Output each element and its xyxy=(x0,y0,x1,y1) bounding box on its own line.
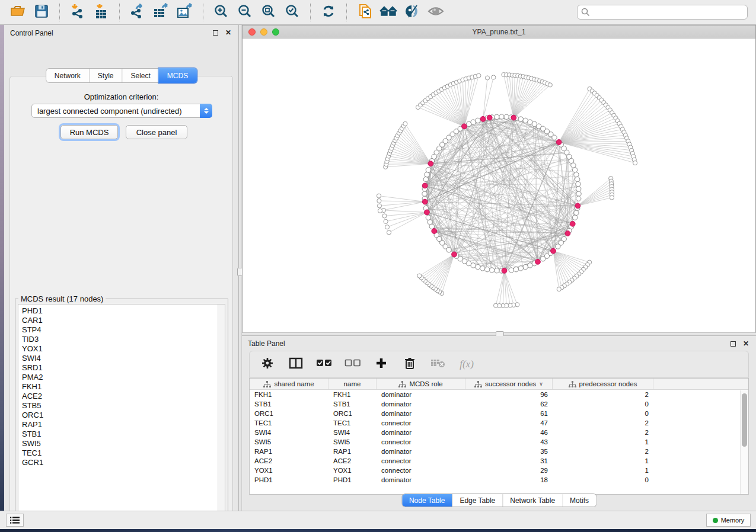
table-cell[interactable]: FKH1 xyxy=(250,390,328,399)
tab-motifs[interactable]: Motifs xyxy=(562,494,596,507)
tab-mcds[interactable]: MCDS xyxy=(158,68,197,83)
list-item[interactable]: SRD1 xyxy=(22,363,225,373)
column-header[interactable]: name xyxy=(328,379,377,389)
list-item[interactable]: PMA2 xyxy=(22,373,225,382)
table-cell[interactable]: TEC1 xyxy=(328,418,377,428)
list-scrollbar[interactable] xyxy=(218,305,225,515)
export-table-button[interactable] xyxy=(149,3,173,22)
delete-button[interactable] xyxy=(401,355,418,373)
table-cell[interactable]: 0 xyxy=(553,409,653,418)
task-history-button[interactable] xyxy=(6,514,24,527)
table-row[interactable]: SWI4SWI4dominator462 xyxy=(250,428,748,437)
table-row[interactable]: FKH1FKH1dominator962 xyxy=(250,390,748,399)
list-item[interactable]: RAP1 xyxy=(22,420,225,430)
zoom-out-button[interactable] xyxy=(233,3,257,22)
table-cell[interactable]: 35 xyxy=(465,447,553,456)
table-row[interactable]: ORC1ORC1dominator610 xyxy=(250,409,748,418)
column-header[interactable]: predecessor nodes xyxy=(553,379,653,389)
table-cell[interactable]: 29 xyxy=(465,466,553,475)
table-cell[interactable]: PHD1 xyxy=(250,475,328,485)
table-cell[interactable]: 61 xyxy=(465,409,553,418)
window-zoom-icon[interactable] xyxy=(272,28,279,36)
table-cell[interactable]: 1 xyxy=(553,466,653,475)
list-item[interactable]: TID3 xyxy=(22,335,225,344)
table-cell[interactable]: 62 xyxy=(465,399,553,409)
table-cell[interactable]: 2 xyxy=(553,428,653,437)
table-cell[interactable]: RAP1 xyxy=(328,447,377,456)
column-header[interactable]: MCDS role xyxy=(377,379,465,389)
list-item[interactable]: SWI4 xyxy=(22,354,225,363)
table-cell[interactable]: SWI4 xyxy=(328,428,377,437)
table-cell[interactable]: RAP1 xyxy=(250,447,328,456)
birdseye-button[interactable] xyxy=(424,3,448,22)
table-cell[interactable]: dominator xyxy=(377,409,465,418)
table-cell[interactable]: dominator xyxy=(377,390,465,399)
table-cell[interactable]: ACE2 xyxy=(328,456,377,466)
table-cell[interactable]: FKH1 xyxy=(328,390,377,399)
show-hide-graphics-button[interactable] xyxy=(400,3,424,22)
table-cell[interactable]: ORC1 xyxy=(250,409,328,418)
table-row[interactable]: YOX1YOX1connector291 xyxy=(250,466,748,475)
table-row[interactable]: RAP1RAP1dominator352 xyxy=(250,447,748,456)
close-panel-button-mcds[interactable]: Close panel xyxy=(126,125,187,139)
list-item[interactable]: YOX1 xyxy=(22,344,225,354)
tab-network-table[interactable]: Network Table xyxy=(502,494,562,507)
mcds-result-list[interactable]: PHD1CAR1STP4TID3YOX1SWI4SRD1PMA2FKH1ACE2… xyxy=(18,304,225,515)
table-cell[interactable]: dominator xyxy=(377,428,465,437)
window-close-icon[interactable] xyxy=(248,28,256,36)
close-panel-button[interactable]: ✕ xyxy=(742,339,750,348)
scrollbar-thumb[interactable] xyxy=(742,393,747,447)
list-item[interactable]: TEC1 xyxy=(22,448,225,458)
table-cell[interactable]: 0 xyxy=(553,475,653,485)
add-column-button[interactable] xyxy=(373,355,390,373)
table-cell[interactable]: connector xyxy=(377,456,465,466)
list-item[interactable]: ACE2 xyxy=(22,392,225,401)
optimization-criterion-dropdown[interactable]: largest connected component (undirected) xyxy=(31,104,212,118)
gear-button[interactable] xyxy=(259,355,276,373)
table-row[interactable]: STB1STB1dominator620 xyxy=(250,399,748,409)
list-item[interactable]: CAR1 xyxy=(22,316,225,325)
save-session-button[interactable] xyxy=(30,3,53,22)
column-header[interactable]: shared name xyxy=(250,379,328,389)
window-minimize-icon[interactable] xyxy=(260,28,267,36)
table-cell[interactable]: ACE2 xyxy=(250,456,328,466)
float-panel-button[interactable] xyxy=(211,28,219,37)
import-table-button[interactable] xyxy=(90,3,113,22)
list-item[interactable]: PHD1 xyxy=(22,306,225,316)
network-canvas[interactable] xyxy=(243,39,755,332)
table-row[interactable]: SWI5SWI5connector431 xyxy=(250,437,748,447)
column-header[interactable]: successor nodes∨ xyxy=(465,379,553,389)
zoom-in-button[interactable] xyxy=(209,3,233,22)
memory-button[interactable]: Memory xyxy=(706,514,751,527)
zoom-selected-button[interactable] xyxy=(280,3,304,22)
export-network-button[interactable] xyxy=(126,3,149,22)
table-cell[interactable]: ORC1 xyxy=(328,409,377,418)
list-item[interactable]: SWI5 xyxy=(22,439,225,448)
list-item[interactable]: ORC1 xyxy=(22,411,225,420)
table-cell[interactable]: PHD1 xyxy=(328,475,377,485)
tab-edge-table[interactable]: Edge Table xyxy=(452,494,502,507)
delete-table-button[interactable] xyxy=(430,355,446,373)
table-cell[interactable]: 2 xyxy=(553,390,653,399)
search-input[interactable] xyxy=(577,5,748,20)
export-image-button[interactable] xyxy=(173,3,197,22)
table-cell[interactable]: SWI5 xyxy=(328,437,377,447)
columns-button[interactable] xyxy=(288,355,304,373)
close-panel-button[interactable]: ✕ xyxy=(224,28,232,37)
table-cell[interactable]: STB1 xyxy=(250,399,328,409)
table-cell[interactable]: SWI4 xyxy=(250,428,328,437)
table-cell[interactable]: connector xyxy=(377,437,465,447)
table-cell[interactable]: STB1 xyxy=(328,399,377,409)
list-item[interactable]: GCR1 xyxy=(22,458,225,467)
home-button[interactable] xyxy=(377,3,400,22)
deselect-all-button[interactable] xyxy=(344,355,361,373)
run-mcds-button[interactable]: Run MCDS xyxy=(60,125,118,139)
table-cell[interactable]: 2 xyxy=(553,447,653,456)
table-cell[interactable]: 47 xyxy=(465,418,553,428)
open-session-button[interactable] xyxy=(6,3,30,22)
tab-network[interactable]: Network xyxy=(46,69,89,82)
table-cell[interactable]: 1 xyxy=(553,437,653,447)
table-row[interactable]: PHD1PHD1dominator180 xyxy=(250,475,748,485)
table-row[interactable]: TEC1TEC1connector472 xyxy=(250,418,748,428)
list-item[interactable]: STB1 xyxy=(22,430,225,439)
